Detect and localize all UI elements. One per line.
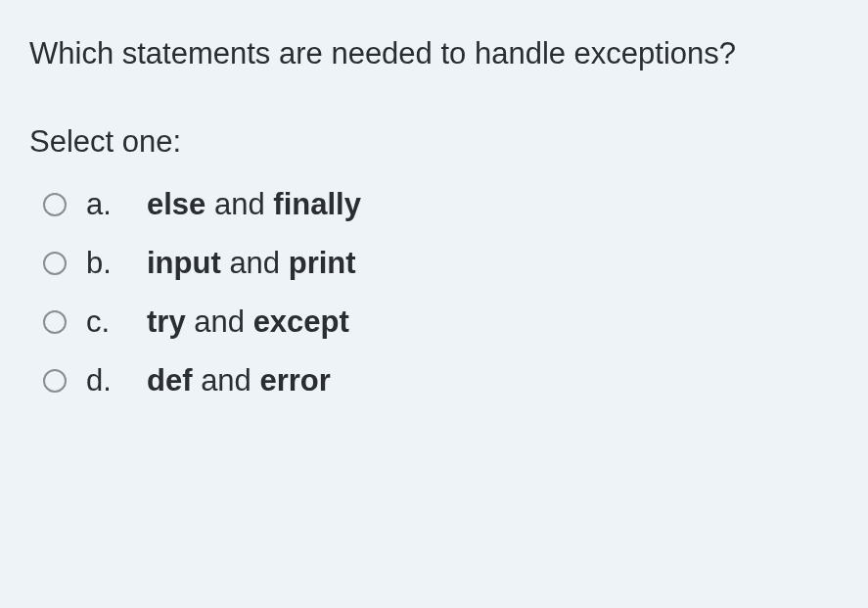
radio-icon[interactable] — [43, 310, 67, 334]
radio-icon[interactable] — [43, 252, 67, 275]
radio-icon[interactable] — [43, 369, 67, 393]
question-text: Which statements are needed to handle ex… — [29, 31, 839, 77]
option-text: def and error — [147, 363, 331, 398]
select-prompt: Select one: — [29, 124, 839, 160]
option-text: try and except — [147, 304, 349, 340]
option-a[interactable]: a. else and finally — [43, 187, 839, 222]
option-letter: b. — [86, 246, 127, 281]
option-d[interactable]: d. def and error — [43, 363, 839, 398]
option-letter: d. — [86, 363, 127, 398]
options-list: a. else and finally b. input and print c… — [29, 187, 839, 398]
option-text: else and finally — [147, 187, 361, 222]
option-b[interactable]: b. input and print — [43, 246, 839, 281]
option-letter: a. — [86, 187, 127, 222]
radio-icon[interactable] — [43, 193, 67, 216]
option-letter: c. — [86, 304, 127, 340]
option-text: input and print — [147, 246, 356, 281]
option-c[interactable]: c. try and except — [43, 304, 839, 340]
